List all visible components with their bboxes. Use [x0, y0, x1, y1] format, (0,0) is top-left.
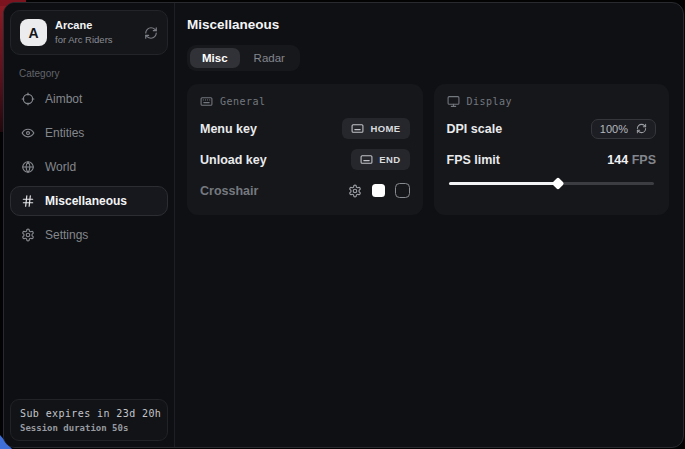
fps-slider-thumb[interactable]: [551, 177, 564, 190]
unload-key-label: Unload key: [200, 153, 267, 167]
crosshair-color-swatch[interactable]: [372, 184, 385, 197]
hash-icon: [21, 194, 35, 208]
refresh-icon: [636, 123, 647, 134]
monitor-icon: [447, 95, 460, 108]
sub-expiry-text: Sub expires in 23d 20h: [20, 408, 158, 419]
fps-limit-slider[interactable]: [447, 177, 657, 189]
general-panel-title: General: [220, 96, 266, 107]
sidebar-item-world[interactable]: World: [10, 152, 168, 182]
gear-icon: [21, 228, 35, 242]
dpi-scale-value: 100%: [600, 123, 628, 135]
fps-slider-fill: [449, 182, 560, 185]
fps-limit-row: FPS limit 144 FPS: [447, 149, 657, 170]
sidebar-item-settings[interactable]: Settings: [10, 220, 168, 250]
menu-key-row: Menu key HOME: [200, 118, 410, 139]
unload-key-bind-button[interactable]: END: [351, 149, 409, 170]
menu-key-bind-button[interactable]: HOME: [342, 118, 409, 139]
dpi-scale-row: DPI scale 100%: [447, 118, 657, 139]
sidebar: A Arcane for Arc Riders Category: [4, 3, 175, 447]
keyboard-icon: [200, 95, 213, 108]
brand-text: Arcane for Arc Riders: [55, 19, 136, 46]
display-panel-header: Display: [447, 95, 657, 108]
keyboard-icon: [360, 153, 373, 166]
display-panel: Display DPI scale 100%: [434, 84, 670, 215]
display-panel-title: Display: [467, 96, 513, 107]
session-duration-text: Session duration 50s: [20, 423, 158, 433]
subscription-status-card: Sub expires in 23d 20h Session duration …: [10, 399, 168, 441]
crosshair-label: Crosshair: [200, 184, 258, 198]
app-window: A Arcane for Arc Riders Category: [3, 2, 684, 448]
keyboard-icon: [351, 122, 364, 135]
unload-key-row: Unload key END: [200, 149, 410, 170]
crosshair-row: Crosshair: [200, 180, 410, 201]
sidebar-item-miscellaneous[interactable]: Miscellaneous: [10, 186, 168, 216]
dpi-scale-select[interactable]: 100%: [591, 119, 656, 139]
crosshair-checkbox[interactable]: [395, 183, 410, 198]
tab-radar[interactable]: Radar: [242, 48, 297, 68]
sidebar-item-label: Settings: [45, 228, 88, 242]
fps-unit: FPS: [632, 153, 656, 167]
refresh-icon[interactable]: [144, 26, 158, 40]
tab-bar: Misc Radar: [187, 45, 300, 71]
fps-limit-value: 144 FPS: [607, 153, 656, 167]
panels-row: General Menu key HOME Unload key: [187, 84, 669, 215]
sidebar-item-label: Entities: [45, 126, 84, 140]
general-panel: General Menu key HOME Unload key: [187, 84, 423, 215]
page-title: Miscellaneous: [187, 17, 669, 32]
brand-title: Arcane: [55, 19, 136, 33]
brand-subtitle: for Arc Riders: [55, 34, 136, 46]
main-content: Miscellaneous Misc Radar General Menu ke…: [175, 3, 683, 447]
sidebar-item-entities[interactable]: Entities: [10, 118, 168, 148]
general-panel-header: General: [200, 95, 410, 108]
gear-icon[interactable]: [348, 184, 362, 198]
sidebar-nav: Aimbot Entities World: [4, 84, 174, 254]
dpi-scale-label: DPI scale: [447, 122, 503, 136]
eye-icon: [21, 126, 35, 140]
category-label: Category: [19, 68, 174, 79]
crosshair-controls: [348, 183, 410, 198]
globe-icon: [21, 160, 35, 174]
unload-key-value: END: [379, 154, 400, 165]
tab-misc[interactable]: Misc: [190, 48, 240, 68]
fps-number: 144: [607, 153, 628, 167]
sidebar-item-aimbot[interactable]: Aimbot: [10, 84, 168, 114]
fps-limit-label: FPS limit: [447, 153, 500, 167]
menu-key-label: Menu key: [200, 122, 257, 136]
brand-logo: A: [20, 19, 47, 46]
menu-key-value: HOME: [370, 123, 400, 134]
sidebar-item-label: Miscellaneous: [45, 194, 127, 208]
sidebar-item-label: World: [45, 160, 76, 174]
brand-card: A Arcane for Arc Riders: [10, 10, 168, 55]
crosshair-icon: [21, 92, 35, 106]
sidebar-item-label: Aimbot: [45, 92, 82, 106]
